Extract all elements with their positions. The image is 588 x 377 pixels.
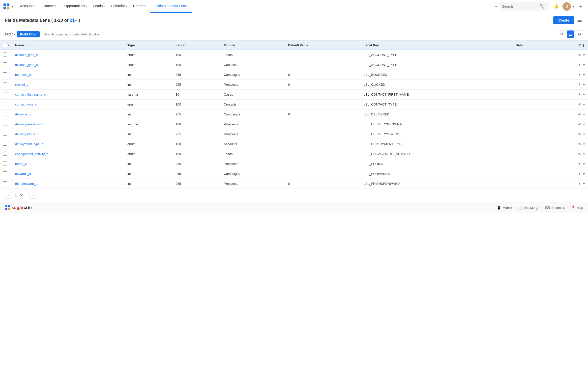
row-expand-icon[interactable]: ▾ bbox=[583, 82, 585, 87]
row-name-link[interactable]: deliverymessage_c bbox=[15, 122, 43, 126]
row-name-link[interactable]: bounced_c bbox=[15, 73, 31, 77]
row-preview-icon[interactable]: 👁 bbox=[578, 102, 582, 107]
doc-merge-footer-link[interactable]: 📄 Doc Merge bbox=[518, 206, 539, 210]
row-preview-icon[interactable]: 👁 bbox=[578, 142, 582, 146]
row-checkbox[interactable] bbox=[3, 171, 7, 175]
row-checkbox[interactable] bbox=[3, 62, 7, 66]
nav-item-opportunities[interactable]: Opportunities ▾ bbox=[61, 0, 90, 13]
row-checkbox[interactable] bbox=[3, 132, 7, 136]
row-checkbox[interactable] bbox=[3, 92, 7, 96]
row-name-link[interactable]: account_type_c bbox=[15, 53, 38, 57]
row-preview-icon[interactable]: 👁 bbox=[578, 63, 582, 67]
nav-item-accounts[interactable]: Accounts ▾ bbox=[17, 0, 40, 13]
row-name-link[interactable]: delivered_c bbox=[15, 112, 32, 116]
search-input[interactable] bbox=[502, 4, 539, 8]
nav-item-calendar[interactable]: Calendar ▾ bbox=[108, 0, 130, 13]
list-view-button[interactable] bbox=[567, 30, 574, 38]
row-expand-icon[interactable]: ▾ bbox=[583, 63, 585, 67]
row-preview-icon[interactable]: 👁 bbox=[578, 162, 582, 166]
row-name-link[interactable]: friendforward_c bbox=[15, 182, 37, 186]
row-name-link[interactable]: forwards_c bbox=[15, 172, 31, 176]
name-sort-icon[interactable]: ↑ bbox=[26, 43, 28, 47]
row-preview-icon[interactable]: 👁 bbox=[578, 122, 582, 126]
avatar[interactable]: U bbox=[562, 2, 571, 11]
row-expand-icon[interactable]: ▾ bbox=[583, 162, 585, 166]
select-all-checkbox[interactable] bbox=[3, 43, 7, 47]
settings-columns-button[interactable]: ⚙ bbox=[576, 30, 583, 38]
row-checkbox[interactable] bbox=[3, 181, 7, 185]
row-name-link[interactable]: deliverystatus_c bbox=[15, 132, 38, 136]
row-checkbox[interactable] bbox=[3, 112, 7, 116]
shortcuts-icon: ⌨ bbox=[545, 206, 550, 210]
shortcuts-footer-link[interactable]: ⌨ Shortcuts bbox=[545, 206, 565, 210]
build-filter-button[interactable]: Build Filter bbox=[17, 31, 40, 37]
nav-item-reports[interactable]: Reports ▾ bbox=[130, 0, 150, 13]
row-length-cell: 100 bbox=[173, 60, 221, 70]
row-preview-icon[interactable]: 👁 bbox=[578, 82, 582, 87]
nav-item-fields-metadata-lens[interactable]: Fields Metadata Lens ▾ bbox=[150, 0, 192, 13]
record-count-link[interactable]: 21+ bbox=[70, 18, 77, 23]
row-preview-icon[interactable]: 👁 bbox=[578, 92, 582, 97]
row-expand-icon[interactable]: ▾ bbox=[583, 182, 585, 186]
row-checkbox[interactable] bbox=[3, 162, 7, 165]
row-name-link[interactable]: account_type_c bbox=[15, 63, 38, 67]
next-page-button[interactable]: › bbox=[29, 192, 36, 199]
th-module[interactable]: Module bbox=[221, 41, 285, 50]
row-name-link[interactable]: contact_first_name_c bbox=[15, 93, 46, 96]
nav-item-contacts[interactable]: Contacts ▾ bbox=[40, 0, 61, 13]
row-preview-icon[interactable]: 👁 bbox=[578, 73, 582, 77]
row-expand-icon[interactable]: ▾ bbox=[583, 92, 585, 97]
row-preview-icon[interactable]: 👁 bbox=[578, 112, 582, 116]
row-name-link[interactable]: clicked_c bbox=[15, 83, 28, 86]
row-preview-icon[interactable]: 👁 bbox=[578, 152, 582, 156]
filter-search-input[interactable] bbox=[42, 31, 556, 37]
row-checkbox[interactable] bbox=[3, 72, 7, 76]
add-new-button[interactable]: + bbox=[577, 2, 585, 11]
row-checkbox[interactable] bbox=[3, 122, 7, 126]
page-more-button[interactable]: ... bbox=[25, 193, 28, 197]
nav-item-leads[interactable]: Leads ▾ bbox=[90, 0, 108, 13]
row-checkbox[interactable] bbox=[3, 152, 7, 156]
nav-logo[interactable] bbox=[3, 3, 10, 10]
row-expand-icon[interactable]: ▾ bbox=[583, 122, 585, 127]
row-expand-icon[interactable]: ▾ bbox=[583, 152, 585, 156]
row-preview-icon[interactable]: 👁 bbox=[578, 53, 582, 57]
row-expand-icon[interactable]: ▾ bbox=[583, 112, 585, 117]
th-default-value[interactable]: Default Value bbox=[285, 41, 361, 50]
th-type[interactable]: Type bbox=[124, 41, 173, 50]
row-name-link[interactable]: engagement_activity_c bbox=[15, 152, 48, 156]
prev-page-button[interactable]: ‹ bbox=[5, 192, 12, 199]
row-checkbox[interactable] bbox=[3, 82, 7, 86]
row-checkbox[interactable] bbox=[3, 142, 7, 146]
row-checkbox[interactable] bbox=[3, 53, 7, 56]
th-help[interactable]: Help bbox=[513, 41, 550, 50]
help-footer-link[interactable]: ❓ Help bbox=[571, 206, 583, 210]
notifications-button[interactable]: 🔔 bbox=[552, 2, 560, 11]
nav-logo-chevron[interactable]: ▾ bbox=[11, 4, 13, 8]
filter-label[interactable]: Filter ▾ bbox=[5, 32, 15, 36]
row-checkbox[interactable] bbox=[3, 102, 7, 106]
row-expand-icon[interactable]: ▾ bbox=[583, 102, 585, 107]
create-button[interactable]: Create bbox=[553, 16, 574, 24]
th-length[interactable]: Length bbox=[173, 41, 221, 50]
page-title: Fields Metadata Lens ( 1-20 of 21+ ) bbox=[5, 18, 80, 23]
column-more-icon[interactable]: ⋮ bbox=[582, 43, 585, 47]
row-preview-icon[interactable]: 👁 bbox=[578, 182, 582, 186]
row-expand-icon[interactable]: ▾ bbox=[583, 73, 585, 77]
row-name-link[interactable]: forms_c bbox=[15, 162, 27, 166]
profile-chevron[interactable]: ▾ bbox=[573, 4, 575, 8]
row-name-link[interactable]: contact_type_c bbox=[15, 103, 37, 106]
row-name-link[interactable]: deployment_type_c bbox=[15, 142, 43, 146]
mobile-footer-link[interactable]: 📱 Mobile bbox=[497, 206, 512, 210]
row-preview-icon[interactable]: 👁 bbox=[578, 132, 582, 136]
column-settings-icon[interactable] bbox=[576, 17, 583, 24]
row-expand-icon[interactable]: ▾ bbox=[583, 53, 585, 57]
row-expand-icon[interactable]: ▾ bbox=[583, 142, 585, 146]
more-options-button[interactable]: ⋯ bbox=[491, 2, 500, 11]
header-sort-chevron[interactable]: ▾ bbox=[8, 44, 9, 47]
th-label-key[interactable]: Label Key bbox=[361, 41, 513, 50]
row-expand-icon[interactable]: ▾ bbox=[583, 172, 585, 176]
refresh-button[interactable]: ↻ bbox=[558, 30, 565, 38]
row-expand-icon[interactable]: ▾ bbox=[583, 132, 585, 136]
row-preview-icon[interactable]: 👁 bbox=[578, 172, 582, 176]
